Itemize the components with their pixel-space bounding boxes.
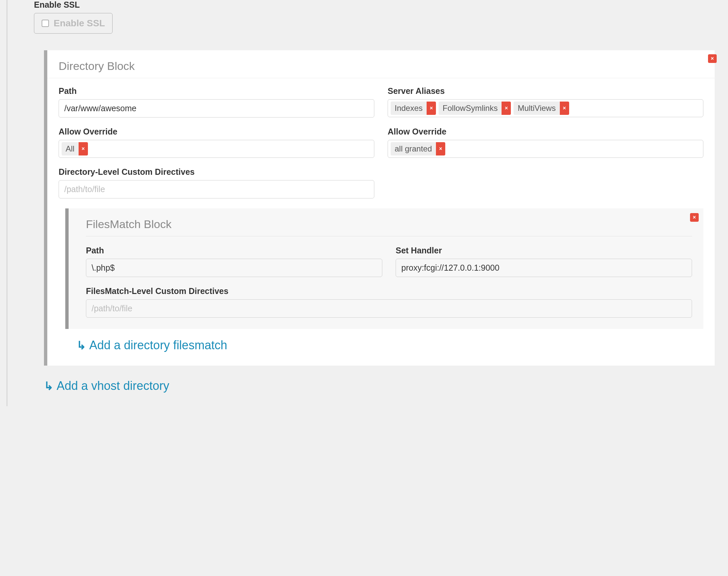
- tag-indexes: Indexes ×: [391, 102, 436, 115]
- directory-custom-directives-input[interactable]: [59, 180, 374, 198]
- arrow-right-icon: ↳: [44, 380, 53, 392]
- enable-ssl-checkbox-label: Enable SSL: [54, 18, 105, 29]
- filesmatch-path-label: Path: [86, 246, 382, 255]
- set-handler-label: Set Handler: [396, 246, 692, 255]
- close-filesmatch-block-button[interactable]: ×: [690, 213, 699, 222]
- filesmatch-path-input[interactable]: [86, 259, 382, 277]
- close-directory-block-button[interactable]: ×: [708, 54, 717, 63]
- filesmatch-custom-directives-label: FilesMatch-Level Custom Directives: [86, 286, 692, 296]
- allow-override-right-label: Allow Override: [388, 127, 703, 137]
- directory-block-panel: × Directory Block Path Server Aliases In…: [44, 50, 715, 366]
- filesmatch-block-panel: × FilesMatch Block Path Set Handler File…: [65, 208, 703, 329]
- filesmatch-custom-directives-input[interactable]: [86, 299, 692, 318]
- server-aliases-input[interactable]: Indexes × FollowSymlinks × MultiViews ×: [388, 99, 703, 117]
- set-handler-input[interactable]: [396, 259, 692, 277]
- add-directory-filesmatch-link[interactable]: ↳ Add a directory filesmatch: [65, 338, 227, 352]
- enable-ssl-section-label: Enable SSL: [34, 0, 715, 10]
- arrow-right-icon: ↳: [77, 340, 86, 351]
- remove-tag-indexes[interactable]: ×: [427, 102, 436, 115]
- server-aliases-label: Server Aliases: [388, 86, 703, 96]
- tag-multiviews: MultiViews ×: [513, 102, 569, 115]
- directory-block-title: Directory Block: [59, 60, 703, 73]
- remove-tag-all-granted[interactable]: ×: [436, 142, 445, 155]
- tag-all: All ×: [62, 142, 88, 155]
- remove-tag-multiviews[interactable]: ×: [560, 102, 569, 115]
- enable-ssl-checkbox[interactable]: [41, 20, 49, 27]
- path-label: Path: [59, 86, 374, 96]
- enable-ssl-checkbox-container[interactable]: Enable SSL: [34, 13, 113, 34]
- tag-all-granted: all granted ×: [391, 142, 445, 155]
- tag-followsymlinks: FollowSymlinks ×: [439, 102, 511, 115]
- directory-custom-directives-label: Directory-Level Custom Directives: [59, 167, 374, 177]
- allow-override-right-input[interactable]: all granted ×: [388, 140, 703, 158]
- filesmatch-block-title: FilesMatch Block: [86, 208, 692, 236]
- remove-tag-followsymlinks[interactable]: ×: [502, 102, 511, 115]
- allow-override-left-input[interactable]: All ×: [59, 140, 374, 158]
- allow-override-left-label: Allow Override: [59, 127, 374, 137]
- directory-path-input[interactable]: [59, 99, 374, 118]
- add-vhost-directory-link[interactable]: ↳ Add a vhost directory: [44, 379, 169, 393]
- remove-tag-all[interactable]: ×: [79, 142, 88, 155]
